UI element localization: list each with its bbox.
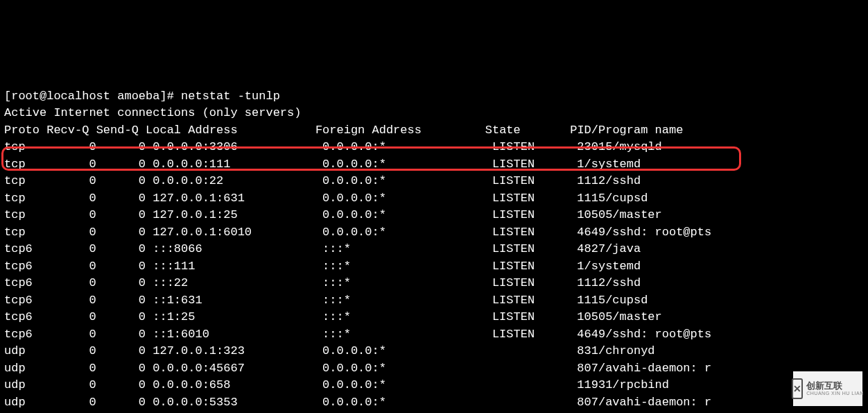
table-row: udp 0 0 127.0.0.1:323 0.0.0.0:* 831/chro… (4, 344, 655, 357)
table-row: tcp6 0 0 ::1:631 :::* LISTEN 1115/cupsd (4, 294, 648, 307)
table-row: tcp6 0 0 ::1:25 :::* LISTEN 10505/master (4, 310, 662, 323)
table-row: tcp6 0 0 :::22 :::* LISTEN 1112/sshd (4, 276, 641, 289)
prompt-line-1: [root@localhost amoeba]# netstat -tunlp (4, 90, 280, 103)
table-row: udp 0 0 0.0.0.0:658 0.0.0.0:* 11931/rpcb… (4, 378, 669, 391)
table-row: tcp 0 0 0.0.0.0:22 0.0.0.0:* LISTEN 1112… (4, 174, 641, 187)
table-row: tcp 0 0 0.0.0.0:111 0.0.0.0:* LISTEN 1/s… (4, 158, 641, 171)
table-row: udp 0 0 0.0.0.0:5353 0.0.0.0:* 807/avahi… (4, 396, 711, 409)
table-row: tcp 0 0 127.0.0.1:25 0.0.0.0:* LISTEN 10… (4, 208, 662, 221)
column-headers: Proto Recv-Q Send-Q Local Address Foreig… (4, 124, 683, 137)
netstat-rows: tcp 0 0 0.0.0.0:3306 0.0.0.0:* LISTEN 23… (4, 139, 864, 413)
watermark-logo: ✕ 创新互联 CHUANG XIN HU LIAN (793, 371, 862, 406)
connections-header: Active Internet connections (only server… (4, 106, 301, 119)
table-row: tcp6 0 0 :::8066 :::* LISTEN 4827/java (4, 242, 641, 255)
watermark-text-top: 创新互联 (806, 381, 864, 391)
table-row: tcp6 0 0 ::1:6010 :::* LISTEN 4649/sshd:… (4, 328, 711, 341)
table-row: tcp6 0 0 :::111 :::* LISTEN 1/systemd (4, 260, 641, 273)
table-row: tcp 0 0 127.0.0.1:6010 0.0.0.0:* LISTEN … (4, 226, 711, 239)
terminal-output[interactable]: [root@localhost amoeba]# netstat -tunlp … (0, 68, 868, 413)
table-row: tcp 0 0 0.0.0.0:3306 0.0.0.0:* LISTEN 23… (4, 140, 662, 153)
table-row: udp 0 0 0.0.0.0:45667 0.0.0.0:* 807/avah… (4, 362, 711, 375)
logo-icon: ✕ (792, 378, 803, 399)
table-row: tcp 0 0 127.0.0.1:631 0.0.0.0:* LISTEN 1… (4, 192, 648, 205)
watermark-text-bottom: CHUANG XIN HU LIAN (806, 391, 864, 396)
